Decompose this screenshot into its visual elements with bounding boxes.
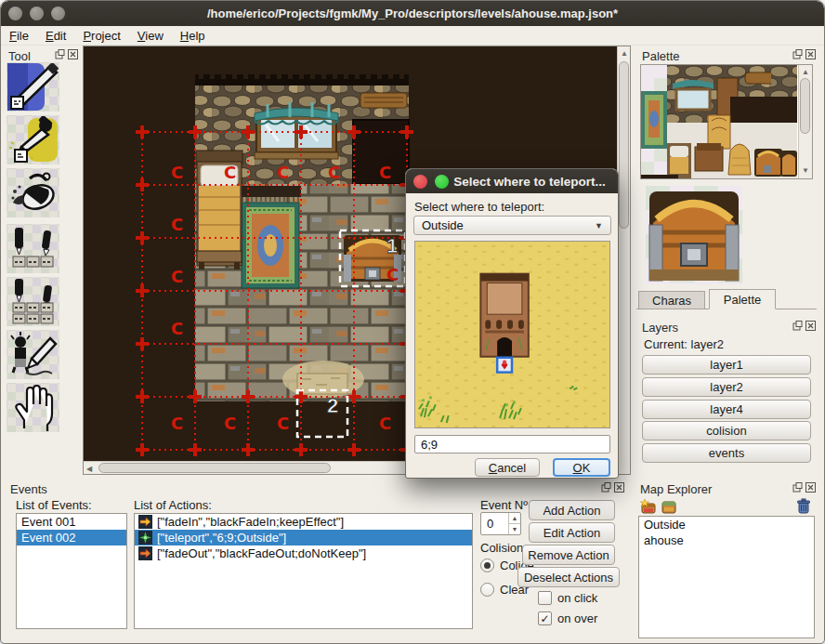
colision-group-label: Colision <box>480 541 523 555</box>
trash-icon[interactable] <box>796 498 811 515</box>
menu-view[interactable]: View <box>129 27 172 45</box>
map-list-item[interactable]: Outside <box>639 517 814 532</box>
action-list-item[interactable]: ["fadeIn","blackFadeIn;keepEffect"] <box>135 514 472 530</box>
vertical-scroll-thumb[interactable] <box>619 61 629 229</box>
float-panel-icon[interactable] <box>601 482 611 493</box>
dropper-tool[interactable] <box>7 115 59 164</box>
close-panel-icon[interactable] <box>805 321 816 331</box>
edit-action-button[interactable]: Edit Action <box>529 522 615 543</box>
dialog-close-button[interactable] <box>413 175 427 189</box>
events-dock-buttons <box>601 482 624 493</box>
layers-dock-buttons <box>792 321 816 331</box>
dialog-titlebar[interactable]: Select where to teleport... <box>406 169 618 193</box>
event-list-item-selected[interactable]: Event 002 <box>17 530 126 545</box>
on-over-checkbox[interactable]: ✓ on over <box>538 611 597 625</box>
list-of-events-label: List of Events: <box>16 498 92 512</box>
deselect-actions-button[interactable]: Deselect Actions <box>517 567 620 587</box>
close-panel-icon[interactable] <box>805 49 816 59</box>
event-number-value: 0 <box>487 517 493 531</box>
window-title: /home/erico/Projects/fgmk/My_Pro/descrip… <box>1 7 824 20</box>
layer4-button[interactable]: layer4 <box>642 400 811 419</box>
teleport-icon <box>138 531 152 545</box>
menu-project[interactable]: Project <box>74 27 128 45</box>
actions-list[interactable]: ["fadeIn","blackFadeIn;keepEffect"] ["te… <box>134 513 473 629</box>
titlebar[interactable]: /home/erico/Projects/fgmk/My_Pro/descrip… <box>1 1 824 26</box>
tileset-scroll-thumb[interactable] <box>800 78 810 134</box>
map-list-item[interactable]: ahouse <box>639 532 814 548</box>
menu-help[interactable]: Help <box>172 27 214 45</box>
palette-dock-buttons <box>792 49 816 59</box>
pan-tool[interactable] <box>7 383 59 432</box>
float-panel-icon[interactable] <box>55 49 65 59</box>
scroll-left-icon[interactable]: ◀ <box>86 465 92 474</box>
list-of-actions-label: List of Actions: <box>134 498 212 512</box>
tileset-scrollbar[interactable]: ▲ ▼ <box>798 65 812 178</box>
svg-text:C: C <box>386 265 399 284</box>
destination-combobox[interactable]: Outside ▼ <box>413 216 611 235</box>
float-panel-icon[interactable] <box>792 49 803 59</box>
rect-fill-multi-tool[interactable] <box>7 277 59 326</box>
app-window: /home/erico/Projects/fgmk/My_Pro/descrip… <box>0 0 825 644</box>
ok-button[interactable]: OK <box>553 458 610 477</box>
menu-edit[interactable]: Edit <box>37 27 74 45</box>
colision-layer-button[interactable]: colision <box>642 421 811 440</box>
new-map-icon[interactable] <box>640 498 657 515</box>
spinner-up-icon[interactable]: ▲ <box>509 513 520 524</box>
scroll-down-icon[interactable]: ▼ <box>802 166 809 176</box>
pen-tool[interactable] <box>7 62 59 112</box>
spinner-down-icon[interactable]: ▼ <box>509 524 520 534</box>
coordinates-input[interactable]: 6;9 <box>414 435 610 453</box>
map-explorer-list[interactable]: Outside ahouse <box>638 516 815 638</box>
event-list-item[interactable]: Event 001 <box>17 514 126 530</box>
svg-text:C: C <box>171 163 183 182</box>
destination-map-preview[interactable] <box>414 241 610 428</box>
bucket-fill-tool[interactable] <box>7 168 59 217</box>
palette-panel-title: Palette <box>642 47 679 64</box>
event-number-label: Event Nº <box>480 498 528 512</box>
events-layer-button[interactable]: events <box>642 443 811 463</box>
event-number-spinner[interactable]: 0 ▲ ▼ <box>480 512 521 535</box>
selected-tile-preview <box>644 184 744 286</box>
svg-text:C: C <box>379 414 391 433</box>
close-panel-icon[interactable] <box>805 482 816 493</box>
open-map-icon[interactable] <box>661 498 677 515</box>
tool-dock-buttons <box>55 49 78 59</box>
svg-text:C: C <box>171 319 183 338</box>
layer1-button[interactable]: layer1 <box>642 355 811 375</box>
remove-action-button[interactable]: Remove Action <box>522 545 615 565</box>
fade-in-icon <box>138 515 152 529</box>
tab-palette[interactable]: Palette <box>709 289 776 309</box>
menu-file[interactable]: File <box>1 27 37 45</box>
event-placer-tool[interactable] <box>7 330 59 379</box>
scroll-up-icon[interactable]: ▲ <box>802 68 809 77</box>
float-panel-icon[interactable] <box>792 482 803 493</box>
layer2-button[interactable]: layer2 <box>642 377 811 397</box>
horizontal-scroll-thumb[interactable] <box>98 463 331 473</box>
svg-text:C: C <box>379 163 391 182</box>
action-list-item[interactable]: ["fadeOut","blackFadeOut;doNotKeep"] <box>135 545 472 561</box>
tileset-image[interactable] <box>641 65 797 178</box>
float-panel-icon[interactable] <box>792 321 803 331</box>
close-panel-icon[interactable] <box>614 482 624 493</box>
current-layer-label: Current: layer2 <box>644 337 724 351</box>
on-click-checkbox[interactable]: on click <box>538 591 597 605</box>
close-panel-icon[interactable] <box>68 49 78 59</box>
cancel-button[interactable]: Cancel <box>475 458 540 477</box>
svg-text:C: C <box>224 163 236 182</box>
dialog-maximize-button[interactable] <box>435 175 449 189</box>
tab-charas[interactable]: Charas <box>638 291 705 309</box>
map-explorer-dock-buttons <box>792 482 816 493</box>
add-action-button[interactable]: Add Action <box>529 500 615 520</box>
action-list-item-selected[interactable]: ["teleport","6;9;Outside"] <box>135 530 472 545</box>
dialog-title: Select where to teleport... <box>449 175 610 189</box>
scroll-up-icon[interactable]: ▲ <box>621 49 628 59</box>
canvas-vertical-scrollbar[interactable]: ▲ <box>617 46 630 461</box>
chevron-down-icon: ▼ <box>595 221 603 230</box>
svg-text:C: C <box>171 414 183 433</box>
events-list[interactable]: Event 001 Event 002 <box>16 513 127 629</box>
rect-fill-tool[interactable] <box>7 224 59 273</box>
teleport-dialog: Select where to teleport... Select where… <box>405 168 619 479</box>
layers-panel-title: Layers <box>642 319 678 335</box>
tileset-view[interactable]: ▲ ▼ <box>640 64 813 179</box>
svg-text:1: 1 <box>386 234 398 257</box>
